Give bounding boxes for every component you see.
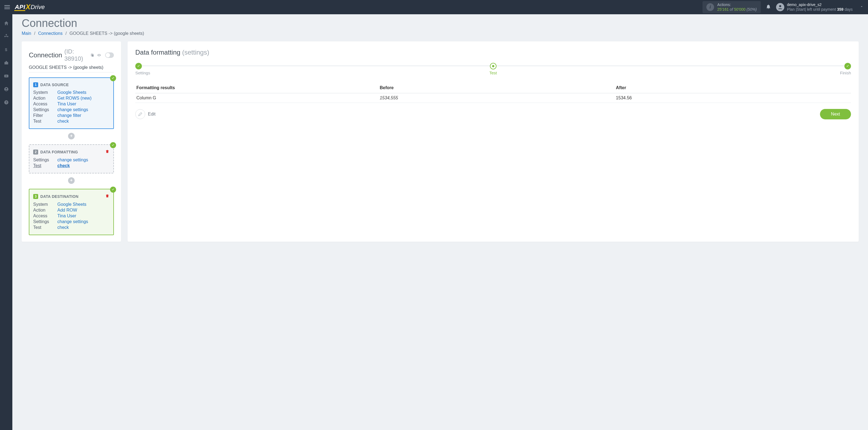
formatting-test-link[interactable]: check <box>57 163 70 168</box>
source-system-link[interactable]: Google Sheets <box>57 90 87 95</box>
cell-before: 1534,555 <box>379 93 615 103</box>
svg-point-0 <box>779 5 781 7</box>
svg-text:$: $ <box>5 47 7 52</box>
svg-point-2 <box>4 36 5 37</box>
sidebar-billing-icon[interactable]: $ <box>3 47 9 53</box>
actions-used: 25'161 <box>717 7 729 11</box>
edit-button[interactable]: Edit <box>135 109 156 119</box>
connection-toggle[interactable] <box>105 53 114 58</box>
check-icon <box>110 142 116 148</box>
breadcrumb-main[interactable]: Main <box>22 31 31 36</box>
data-destination-card: 3 DATA DESTINATION SystemGoogle Sheets A… <box>29 189 114 235</box>
connection-panel: Connection (ID: 38910) GOOGLE SHEETS -> … <box>22 41 121 242</box>
formatting-title: DATA FORMATTING <box>40 150 78 154</box>
step-test[interactable]: Test <box>489 63 497 75</box>
breadcrumb-current: GOOGLE SHEETS -> (google sheets) <box>69 31 144 36</box>
menu-toggle-button[interactable] <box>4 5 10 9</box>
sidebar-help-icon[interactable]: ? <box>3 99 9 105</box>
source-access-link[interactable]: Tina User <box>57 101 76 106</box>
add-step-button[interactable]: + <box>68 177 75 184</box>
source-filter-link[interactable]: change filter <box>57 113 81 118</box>
source-settings-link[interactable]: change settings <box>57 107 88 112</box>
step-badge-2: 2 <box>33 150 38 154</box>
step-settings[interactable]: Settings <box>135 63 150 75</box>
breadcrumb: Main / Connections / GOOGLE SHEETS -> (g… <box>22 31 859 36</box>
avatar-icon <box>776 3 784 11</box>
username: demo_apix-drive_s2 <box>787 2 852 7</box>
check-icon <box>110 187 116 193</box>
actions-pct: (50%) <box>746 7 756 11</box>
actions-total: 50'000 <box>734 7 746 11</box>
cell-name: Column G <box>135 93 379 103</box>
topbar: APIXDrive i Actions: 25'161 of 50'000 (5… <box>0 0 868 14</box>
svg-text:?: ? <box>5 101 7 104</box>
data-source-card: 1 DATA SOURCE SystemGoogle Sheets Action… <box>29 78 114 129</box>
sidebar-account-icon[interactable] <box>3 86 9 92</box>
table-row: Column G 1534,555 1534.56 <box>135 93 851 103</box>
logo[interactable]: APIXDrive <box>15 3 45 11</box>
sidebar-connections-icon[interactable] <box>3 33 9 39</box>
source-title: DATA SOURCE <box>40 83 69 87</box>
actions-of: of <box>730 7 733 11</box>
th-before: Before <box>379 83 615 93</box>
results-table: Formatting results Before After Column G… <box>135 83 851 103</box>
th-results: Formatting results <box>135 83 379 93</box>
plan-info: Plan |Start| left until payment 359 days <box>787 7 852 12</box>
svg-point-3 <box>7 36 8 37</box>
add-step-button[interactable]: + <box>68 133 75 140</box>
next-button[interactable]: Next <box>820 109 851 119</box>
info-icon: i <box>706 3 714 11</box>
cell-after: 1534.56 <box>615 93 851 103</box>
connection-heading: Connection <box>29 51 62 59</box>
step-badge-3: 3 <box>33 194 38 199</box>
step-finish[interactable]: Finish <box>840 63 851 75</box>
page-title: Connection <box>22 17 859 29</box>
dest-access-link[interactable]: Tina User <box>57 214 76 218</box>
svg-point-1 <box>6 34 7 35</box>
sidebar-briefcase-icon[interactable] <box>3 60 9 66</box>
data-formatting-card: 2 DATA FORMATTING Settingschange setting… <box>29 144 114 174</box>
formatting-settings-link[interactable]: change settings <box>57 157 88 162</box>
breadcrumb-connections[interactable]: Connections <box>38 31 63 36</box>
panel-subtitle: (settings) <box>182 49 209 56</box>
actions-usage-box[interactable]: i Actions: 25'161 of 50'000 (50%) <box>703 1 761 13</box>
sidebar: $ ? <box>0 14 12 430</box>
copy-icon[interactable] <box>90 53 95 58</box>
source-test-link[interactable]: check <box>57 119 69 124</box>
dest-action-link[interactable]: Add ROW <box>57 208 77 213</box>
th-after: After <box>615 83 851 93</box>
delete-destination-button[interactable] <box>105 194 110 199</box>
pencil-icon <box>135 109 145 119</box>
sidebar-video-icon[interactable] <box>3 73 9 79</box>
dest-test-link[interactable]: check <box>57 225 69 230</box>
step-badge-1: 1 <box>33 82 38 87</box>
wizard-stepper: Settings Test Finish <box>135 63 851 73</box>
connection-subtitle: GOOGLE SHEETS -> (google sheets) <box>29 65 114 72</box>
actions-label: Actions: <box>717 2 757 7</box>
delete-formatting-button[interactable] <box>105 149 110 155</box>
sidebar-home-icon[interactable] <box>3 20 9 26</box>
notifications-icon[interactable] <box>766 4 771 10</box>
svg-point-7 <box>5 88 7 89</box>
panel-title: Data formatting <box>135 49 180 56</box>
dest-system-link[interactable]: Google Sheets <box>57 202 87 207</box>
formatting-panel: Data formatting (settings) Settings Test <box>128 41 859 242</box>
check-icon <box>110 75 116 81</box>
connection-id: (ID: 38910) <box>64 48 88 62</box>
user-menu[interactable]: demo_apix-drive_s2 Plan |Start| left unt… <box>776 2 852 12</box>
chevron-down-icon[interactable] <box>860 5 864 10</box>
gear-icon[interactable] <box>97 53 101 58</box>
source-action-link[interactable]: Get ROWS (new) <box>57 96 91 101</box>
dest-settings-link[interactable]: change settings <box>57 219 88 224</box>
destination-title: DATA DESTINATION <box>40 194 79 199</box>
